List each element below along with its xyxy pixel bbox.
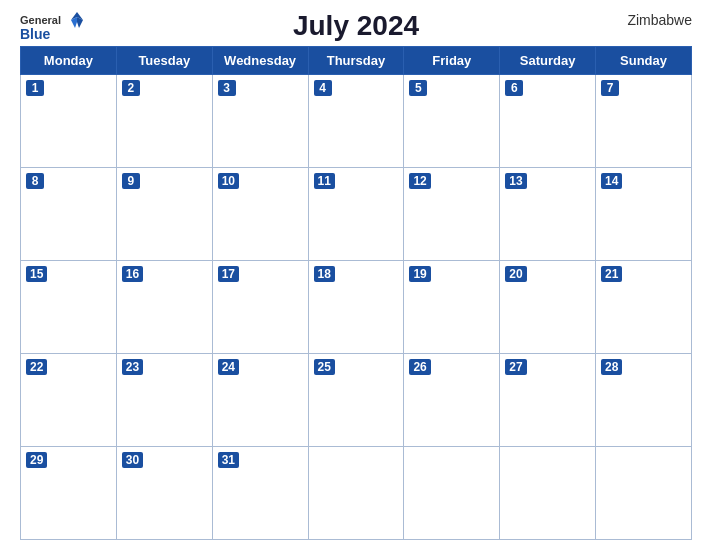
- calendar-cell: 1: [21, 75, 117, 168]
- logo-general-text: General: [20, 14, 61, 26]
- logo: General Blue: [20, 10, 91, 42]
- calendar-cell: 28: [596, 354, 692, 447]
- calendar-cell: 25: [308, 354, 404, 447]
- country-label: Zimbabwe: [627, 12, 692, 28]
- date-number: 30: [122, 452, 143, 468]
- header-friday: Friday: [404, 47, 500, 75]
- date-number: 24: [218, 359, 239, 375]
- date-number: 19: [409, 266, 430, 282]
- date-number: 6: [505, 80, 523, 96]
- calendar-cell: 18: [308, 261, 404, 354]
- calendar-cell: 4: [308, 75, 404, 168]
- calendar-week-row: 15161718192021: [21, 261, 692, 354]
- header-saturday: Saturday: [500, 47, 596, 75]
- calendar-cell: 3: [212, 75, 308, 168]
- date-number: 9: [122, 173, 140, 189]
- weekday-header-row: Monday Tuesday Wednesday Thursday Friday…: [21, 47, 692, 75]
- calendar-cell: 19: [404, 261, 500, 354]
- date-number: 28: [601, 359, 622, 375]
- date-number: 26: [409, 359, 430, 375]
- date-number: 17: [218, 266, 239, 282]
- calendar-cell: 24: [212, 354, 308, 447]
- calendar-cell: 15: [21, 261, 117, 354]
- calendar-cell: 5: [404, 75, 500, 168]
- calendar-cell: 20: [500, 261, 596, 354]
- header-monday: Monday: [21, 47, 117, 75]
- calendar-table: Monday Tuesday Wednesday Thursday Friday…: [20, 46, 692, 540]
- logo-blue-text: Blue: [20, 26, 50, 42]
- date-number: 29: [26, 452, 47, 468]
- calendar-cell: 13: [500, 168, 596, 261]
- calendar-cell: 9: [116, 168, 212, 261]
- calendar-cell: [404, 447, 500, 540]
- date-number: 18: [314, 266, 335, 282]
- date-number: 23: [122, 359, 143, 375]
- header-sunday: Sunday: [596, 47, 692, 75]
- header-tuesday: Tuesday: [116, 47, 212, 75]
- calendar-cell: 29: [21, 447, 117, 540]
- calendar-cell: 26: [404, 354, 500, 447]
- date-number: 8: [26, 173, 44, 189]
- header-thursday: Thursday: [308, 47, 404, 75]
- calendar-week-row: 891011121314: [21, 168, 692, 261]
- calendar-week-row: 293031: [21, 447, 692, 540]
- date-number: 22: [26, 359, 47, 375]
- calendar-cell: 8: [21, 168, 117, 261]
- calendar-week-row: 1234567: [21, 75, 692, 168]
- calendar-cell: 14: [596, 168, 692, 261]
- calendar-cell: 7: [596, 75, 692, 168]
- date-number: 2: [122, 80, 140, 96]
- date-number: 21: [601, 266, 622, 282]
- calendar-cell: 27: [500, 354, 596, 447]
- date-number: 27: [505, 359, 526, 375]
- date-number: 5: [409, 80, 427, 96]
- calendar-header: General Blue July 2024 Zimbabwe: [20, 10, 692, 42]
- calendar-cell: 2: [116, 75, 212, 168]
- date-number: 1: [26, 80, 44, 96]
- date-number: 13: [505, 173, 526, 189]
- calendar-cell: 10: [212, 168, 308, 261]
- calendar-cell: 16: [116, 261, 212, 354]
- date-number: 16: [122, 266, 143, 282]
- calendar-cell: 30: [116, 447, 212, 540]
- svg-marker-1: [77, 17, 83, 28]
- month-title: July 2024: [293, 10, 419, 42]
- calendar-cell: 11: [308, 168, 404, 261]
- calendar-cell: [596, 447, 692, 540]
- calendar-cell: [500, 447, 596, 540]
- calendar-cell: [308, 447, 404, 540]
- date-number: 7: [601, 80, 619, 96]
- calendar-cell: 22: [21, 354, 117, 447]
- calendar-cell: 23: [116, 354, 212, 447]
- calendar-cell: 6: [500, 75, 596, 168]
- calendar-cell: 12: [404, 168, 500, 261]
- logo-bird-icon: [63, 10, 91, 30]
- date-number: 15: [26, 266, 47, 282]
- date-number: 14: [601, 173, 622, 189]
- date-number: 11: [314, 173, 335, 189]
- date-number: 20: [505, 266, 526, 282]
- date-number: 31: [218, 452, 239, 468]
- svg-marker-2: [71, 17, 77, 28]
- header-wednesday: Wednesday: [212, 47, 308, 75]
- calendar-cell: 17: [212, 261, 308, 354]
- date-number: 12: [409, 173, 430, 189]
- date-number: 4: [314, 80, 332, 96]
- date-number: 10: [218, 173, 239, 189]
- calendar-cell: 21: [596, 261, 692, 354]
- calendar-cell: 31: [212, 447, 308, 540]
- calendar-week-row: 22232425262728: [21, 354, 692, 447]
- date-number: 25: [314, 359, 335, 375]
- date-number: 3: [218, 80, 236, 96]
